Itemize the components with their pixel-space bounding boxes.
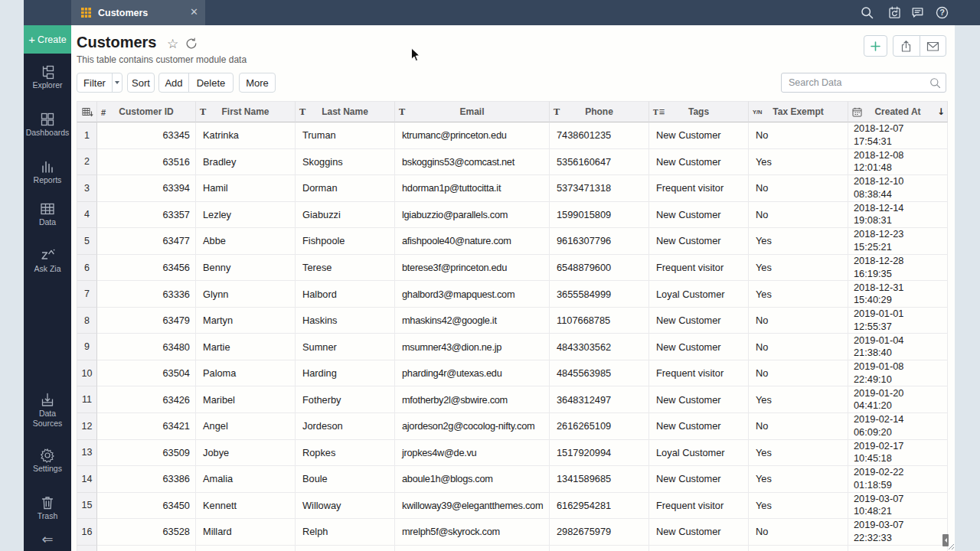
cell-first-name[interactable]: Maribel xyxy=(196,386,296,413)
cell-tax-exempt[interactable]: No xyxy=(749,308,848,334)
cell-first-name[interactable]: Paloma xyxy=(196,360,296,387)
cell-tax-exempt[interactable]: No xyxy=(749,413,848,440)
refresh-icon[interactable] xyxy=(185,37,198,50)
cell-customer-id[interactable]: 63509 xyxy=(97,440,196,467)
cell-last-name[interactable]: Truman xyxy=(296,122,395,149)
cell-tax-exempt[interactable]: Yes xyxy=(749,281,848,308)
cell-phone[interactable]: 5356160647 xyxy=(550,149,649,176)
cell-tags[interactable]: New Customer xyxy=(649,149,749,176)
sidebar-item-settings[interactable]: Settings xyxy=(24,448,71,474)
column-header-created_at[interactable]: Created At↓ xyxy=(848,101,948,122)
search-input[interactable] xyxy=(789,73,926,92)
cell-email[interactable]: ghalbord3@mapquest.com xyxy=(395,281,550,308)
cell-email[interactable]: jropkes4w@de.vu xyxy=(395,440,550,467)
sidebar-item-ask-zia[interactable]: Ask Zia xyxy=(24,248,71,274)
cell-last-name[interactable]: Relph xyxy=(296,519,395,546)
cell-customer-id[interactable]: 63456 xyxy=(97,255,196,282)
cell-last-name[interactable]: Ropkes xyxy=(296,440,395,467)
cell-tax-exempt[interactable]: Yes xyxy=(749,149,848,176)
column-header-last_name[interactable]: TLast Name xyxy=(296,101,395,122)
cell-rownum[interactable]: 11 xyxy=(77,386,97,413)
tab-customers[interactable]: Customers ✕ xyxy=(71,0,205,25)
cell-last-name[interactable]: Willoway xyxy=(296,493,395,520)
cell-created-at[interactable]: 2019-01-2004:41:20 xyxy=(848,386,948,413)
cell-rownum[interactable]: 4 xyxy=(77,202,97,229)
cell-first-name[interactable]: Jobye xyxy=(196,440,296,467)
add-new-button[interactable] xyxy=(864,35,887,57)
cell-tax-exempt[interactable]: Yes xyxy=(749,440,848,467)
cell-customer-id[interactable]: 63426 xyxy=(97,386,196,413)
cell-tags[interactable]: New Customer xyxy=(649,386,749,413)
cell-first-name[interactable]: Kennett xyxy=(196,493,296,520)
cell-rownum[interactable]: 16 xyxy=(77,519,97,546)
cell-created-at[interactable]: 2019-02-1406:09:20 xyxy=(848,413,948,440)
cell-first-name[interactable]: Glynn xyxy=(196,281,296,308)
cell-created-at[interactable]: 2018-12-2816:19:35 xyxy=(848,255,948,282)
cell-tags[interactable]: New Customer xyxy=(649,413,749,440)
cell-customer-id[interactable]: 63477 xyxy=(97,228,196,255)
more-button[interactable]: More xyxy=(239,73,276,93)
cell-tax-exempt[interactable]: No xyxy=(749,334,848,360)
cell-customer-id[interactable]: 63528 xyxy=(97,519,196,546)
cell-phone[interactable]: 1341589685 xyxy=(550,466,649,493)
cell-email[interactable]: afishpoole40@nature.com xyxy=(395,228,550,255)
cell-created-at[interactable]: 2019-02-1710:45:18 xyxy=(848,440,948,467)
cell-rownum[interactable]: 8 xyxy=(77,308,97,334)
cell-created-at[interactable]: 2018-12-3115:40:29 xyxy=(848,281,948,308)
cell-tax-exempt[interactable]: No xyxy=(749,122,848,149)
cell-rownum[interactable]: 13 xyxy=(77,440,97,467)
cell-last-name[interactable]: Harding xyxy=(296,360,395,387)
cell-customer-id[interactable]: 63479 xyxy=(97,308,196,334)
cell-first-name[interactable]: Hamil xyxy=(196,175,296,202)
cell-last-name[interactable]: Jordeson xyxy=(296,413,395,440)
cell-phone[interactable]: 1107668785 xyxy=(550,308,649,334)
cell-last-name[interactable]: Boule xyxy=(296,466,395,493)
cell-first-name[interactable]: Benny xyxy=(196,255,296,282)
cell-tax-exempt[interactable]: Yes xyxy=(749,386,848,413)
cell-created-at[interactable]: 2019-03-0710:48:21 xyxy=(848,493,948,520)
cell-first-name[interactable]: Martie xyxy=(196,334,296,360)
sidebar-item-dashboards[interactable]: Dashboards xyxy=(24,112,71,138)
cell-email[interactable]: lgiabuzzio@parallels.com xyxy=(395,202,550,229)
clipboard-sync-icon[interactable] xyxy=(888,6,901,19)
cell-tax-exempt[interactable]: Yes xyxy=(749,255,848,282)
column-header-customer_id[interactable]: #Customer ID xyxy=(97,101,196,122)
cell-rownum[interactable]: 3 xyxy=(77,175,97,202)
cell-customer-id[interactable]: 63504 xyxy=(97,360,196,387)
cell-phone[interactable]: 6548879600 xyxy=(550,255,649,282)
sidebar-item-explorer[interactable]: Explorer xyxy=(24,64,71,90)
cell-created-at[interactable]: 2018-12-1419:08:31 xyxy=(848,202,948,229)
column-header-email[interactable]: TEmail xyxy=(395,101,550,122)
cell-phone[interactable]: 1599015809 xyxy=(550,202,649,229)
cell-tax-exempt[interactable]: No xyxy=(749,360,848,387)
favorite-star-icon[interactable]: ☆ xyxy=(167,36,178,51)
cell-rownum[interactable]: 10 xyxy=(77,360,97,387)
cell-tax-exempt[interactable]: No xyxy=(749,175,848,202)
cell-email[interactable]: hdorman1p@tuttocitta.it xyxy=(395,175,550,202)
filter-button[interactable]: Filter xyxy=(77,73,112,92)
cell-rownum[interactable]: 7 xyxy=(77,281,97,308)
cell-first-name[interactable]: Lezley xyxy=(196,202,296,229)
cell-tax-exempt[interactable]: Yes xyxy=(749,466,848,493)
cell-email[interactable]: mhaskins42@google.it xyxy=(395,308,550,334)
cell-last-name[interactable]: Terese xyxy=(296,255,395,282)
cell-email[interactable]: aboule1h@blogs.com xyxy=(395,466,550,493)
filter-dropdown-button[interactable] xyxy=(112,73,122,92)
cell-first-name[interactable]: Amalia xyxy=(196,466,296,493)
cell-rownum[interactable]: 5 xyxy=(77,228,97,255)
cell-created-at[interactable]: 2019-03-0722:32:33 xyxy=(848,519,948,546)
cell-phone[interactable]: 9616307796 xyxy=(550,228,649,255)
cell-created-at[interactable]: 2018-12-1008:38:44 xyxy=(848,175,948,202)
cell-email[interactable]: msumner43@dion.ne.jp xyxy=(395,334,550,360)
cell-tags[interactable]: Loyal Customer xyxy=(649,440,749,467)
cell-created-at[interactable]: 2019-01-0822:49:10 xyxy=(848,360,948,387)
column-header-phone[interactable]: TPhone xyxy=(550,101,649,122)
search-icon[interactable] xyxy=(861,6,874,19)
cell-tags[interactable]: New Customer xyxy=(649,228,749,255)
cell-tax-exempt[interactable]: Yes xyxy=(749,493,848,520)
cell-email[interactable]: bskoggins53@comcast.net xyxy=(395,149,550,176)
column-header-rownum[interactable] xyxy=(77,101,97,122)
cell-tags[interactable]: Frequent visitor xyxy=(649,360,749,387)
help-icon[interactable]: ? xyxy=(936,6,949,19)
cell-rownum[interactable]: 6 xyxy=(77,255,97,282)
